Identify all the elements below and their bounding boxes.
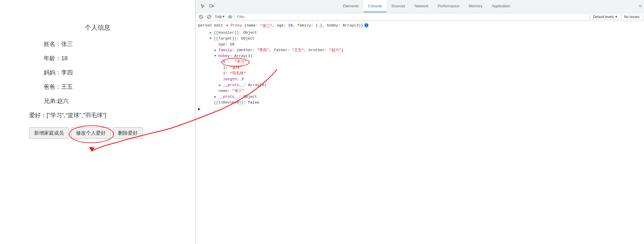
hobby-0-row: 0 : "学习" bbox=[196, 59, 644, 65]
devtools-toolbar: top ▼ Default levels ▼ No Issues bbox=[196, 13, 644, 21]
target-proto-expand[interactable] bbox=[214, 95, 218, 98]
proxy-summary: {name: bbox=[244, 23, 260, 28]
svg-rect-0 bbox=[209, 5, 212, 7]
context-dropdown-arrow: ▼ bbox=[223, 15, 224, 18]
default-levels-button[interactable]: Default levels ▼ bbox=[590, 14, 620, 20]
mom-info: 妈妈：李四 bbox=[44, 69, 73, 76]
devtools-tabs: Elements Console Sources Network Perform… bbox=[196, 0, 644, 13]
more-tabs-button[interactable]: » bbox=[636, 0, 644, 12]
console-filter-input[interactable] bbox=[235, 14, 589, 20]
age-prop-row: age : 18 bbox=[196, 41, 644, 47]
console-prompt: ▶ bbox=[198, 106, 200, 111]
tab-application[interactable]: Application bbox=[487, 0, 515, 12]
devtools-panel: Elements Console Sources Network Perform… bbox=[195, 0, 644, 244]
block-icon[interactable] bbox=[206, 13, 213, 20]
hobby-0-value: 0 : "学习" bbox=[223, 59, 247, 64]
name-prop-row: name : "张三" bbox=[196, 88, 644, 94]
proxy-expand-triangle[interactable] bbox=[227, 23, 230, 27]
hobby-1-row: 1 : "篮球" bbox=[196, 65, 644, 70]
hobby-expand-triangle[interactable] bbox=[214, 54, 218, 58]
proxy-keyword: Proxy bbox=[231, 23, 244, 28]
context-selector[interactable]: top ▼ bbox=[214, 14, 225, 19]
family-expand-triangle[interactable] bbox=[214, 48, 218, 52]
is-revoked-row: [[IsRevoked]] : false bbox=[196, 99, 644, 105]
target-row: [[Target]] : Object bbox=[196, 35, 644, 41]
info-icon: i bbox=[364, 23, 368, 27]
console-cursor-row[interactable]: ▶ bbox=[196, 105, 644, 113]
handler-expand-triangle[interactable] bbox=[210, 31, 213, 34]
device-toggle-icon[interactable] bbox=[207, 2, 216, 10]
delete-hobby-button[interactable]: 删除爱好 bbox=[113, 127, 143, 139]
target-expand-triangle[interactable] bbox=[210, 37, 213, 40]
console-log-row: person edit Proxy {name: "张三" , age: 18 … bbox=[196, 22, 644, 30]
eye-icon[interactable] bbox=[227, 13, 234, 20]
family-prop-row: family : {mother: "李四" , father: "王五" , … bbox=[196, 47, 644, 53]
devtools-tab-icons bbox=[197, 2, 217, 10]
tab-performance[interactable]: Performance bbox=[433, 0, 464, 12]
handler-row: [[Handler]] : Object bbox=[196, 30, 644, 35]
clear-console-button[interactable] bbox=[197, 13, 204, 20]
hobby-proto-row: __proto__ : Array(0) bbox=[196, 82, 644, 88]
name-info: 姓名：张三 bbox=[44, 40, 73, 48]
svg-line-3 bbox=[200, 16, 202, 18]
age-info: 年龄：18 bbox=[44, 54, 68, 62]
left-panel: 个人信息 姓名：张三 年龄：18 妈妈：李四 爸爸：王五 兄弟:赵六 爱好：["… bbox=[0, 0, 195, 244]
hobby-info: 爱好：["学习","篮球","羽毛球"] bbox=[29, 111, 106, 119]
hobby-proto-expand[interactable] bbox=[219, 83, 223, 87]
modify-hobby-button[interactable]: 修改个人爱好 bbox=[71, 127, 111, 139]
tab-network[interactable]: Network bbox=[410, 0, 433, 12]
hobby-length-row: length : 3 bbox=[196, 76, 644, 82]
dad-info: 爸爸：王五 bbox=[44, 83, 73, 91]
tab-memory[interactable]: Memory bbox=[464, 0, 487, 12]
hobby-2-row: 2 : "羽毛球" bbox=[196, 70, 644, 76]
svg-line-5 bbox=[208, 15, 211, 18]
hobby-prop-row: hobby : Array(3) bbox=[196, 53, 644, 59]
add-family-button[interactable]: 新增家庭成员 bbox=[29, 127, 69, 139]
no-issues-button[interactable]: No Issues bbox=[622, 14, 642, 20]
svg-rect-1 bbox=[213, 5, 214, 7]
action-buttons: 新增家庭成员 修改个人爱好 删除爱好 bbox=[29, 127, 143, 139]
tab-sources[interactable]: Sources bbox=[387, 0, 410, 12]
tab-console[interactable]: Console bbox=[364, 0, 387, 12]
brother-info: 兄弟:赵六 bbox=[44, 97, 69, 105]
log-label: person edit bbox=[198, 23, 225, 28]
levels-dropdown-arrow: ▼ bbox=[615, 15, 618, 18]
cursor-icon[interactable] bbox=[199, 2, 207, 10]
svg-point-7 bbox=[230, 16, 231, 17]
target-proto-row: __proto__ : Object bbox=[196, 94, 644, 99]
console-content: person edit Proxy {name: "张三" , age: 18 … bbox=[196, 21, 644, 244]
tab-elements[interactable]: Elements bbox=[338, 0, 364, 12]
page-title: 个人信息 bbox=[85, 23, 110, 32]
